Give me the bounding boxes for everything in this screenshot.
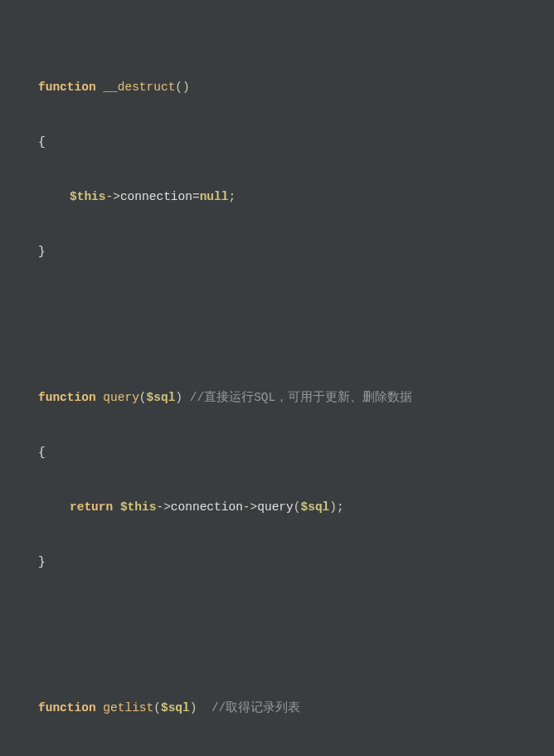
- code-line: return $this->connection->query($sql);: [0, 498, 554, 516]
- brace-close: }: [0, 242, 554, 261]
- comment-query: //直接运行SQL，可用于更新、删除数据: [190, 391, 413, 404]
- brace-open: {: [0, 443, 554, 461]
- code-line: function query($sql) //直接运行SQL，可用于更新、删除数…: [0, 388, 554, 407]
- blank-line: [0, 297, 554, 315]
- fn-getlist: getlist: [103, 701, 153, 715]
- keyword-function: function: [38, 80, 96, 94]
- code-editor[interactable]: function __destruct() { $this->connectio…: [0, 0, 554, 756]
- keyword-null: null: [200, 190, 229, 203]
- code-line: $this->connection=null;: [0, 188, 554, 206]
- fn-destruct: __destruct: [103, 80, 175, 94]
- blank-line: [0, 607, 554, 626]
- brace-close: }: [0, 553, 554, 571]
- comment-getlist: //取得记录列表: [211, 701, 300, 715]
- fn-query: query: [103, 391, 139, 404]
- brace-open: {: [0, 133, 554, 151]
- code-line: function getlist($sql) //取得记录列表: [0, 699, 554, 717]
- code-line: function __destruct(): [0, 78, 554, 96]
